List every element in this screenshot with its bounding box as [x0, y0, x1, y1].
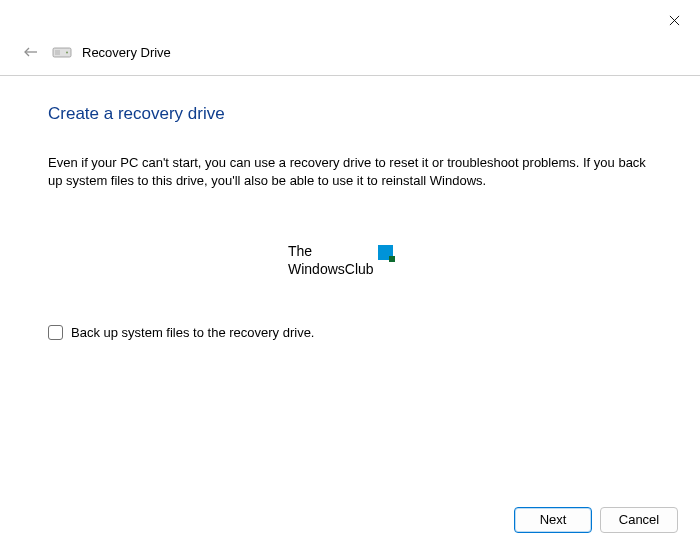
checkbox-row: Back up system files to the recovery dri… [48, 325, 652, 340]
titlebar [0, 0, 700, 36]
svg-rect-4 [55, 50, 60, 55]
cancel-button[interactable]: Cancel [600, 507, 678, 533]
svg-point-5 [66, 52, 68, 54]
close-button[interactable] [658, 8, 690, 32]
page-title: Create a recovery drive [48, 104, 652, 124]
next-button[interactable]: Next [514, 507, 592, 533]
watermark-line2: WindowsClub [288, 261, 374, 279]
checkbox-label: Back up system files to the recovery dri… [71, 325, 314, 340]
backup-checkbox[interactable] [48, 325, 63, 340]
header-title: Recovery Drive [82, 45, 171, 60]
watermark-icon [378, 245, 393, 260]
description-text: Even if your PC can't start, you can use… [48, 154, 648, 190]
watermark: The WindowsClub [288, 243, 393, 278]
content-area: Create a recovery drive Even if your PC … [0, 76, 700, 340]
close-icon [669, 15, 680, 26]
footer: Next Cancel [0, 507, 700, 533]
header: Recovery Drive [0, 36, 700, 76]
back-arrow-icon [23, 44, 39, 60]
back-button[interactable] [20, 41, 42, 63]
drive-icon [52, 44, 72, 60]
watermark-line1: The [288, 243, 374, 261]
